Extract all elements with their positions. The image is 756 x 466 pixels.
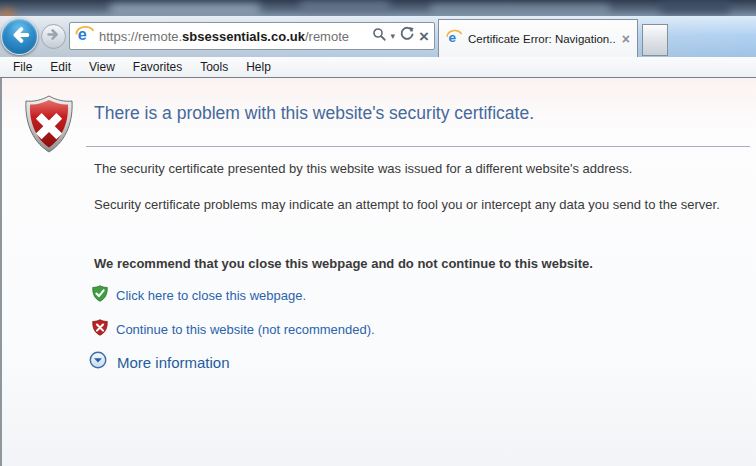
tab-close-icon[interactable]: × bbox=[622, 32, 630, 46]
red-shield-x-icon bbox=[92, 319, 108, 340]
close-webpage-link-text[interactable]: Click here to close this webpage. bbox=[116, 288, 306, 303]
browser-window: e https://remote.sbsessentials.co.uk/rem… bbox=[0, 0, 756, 466]
more-information-label[interactable]: More information bbox=[117, 354, 230, 371]
menu-edit[interactable]: Edit bbox=[41, 58, 80, 76]
address-bar[interactable]: e https://remote.sbsessentials.co.uk/rem… bbox=[69, 22, 435, 50]
url-domain: sbsessentials.co.uk bbox=[182, 29, 305, 44]
menu-file[interactable]: File bbox=[4, 58, 41, 76]
menu-view[interactable]: View bbox=[80, 58, 124, 76]
new-tab-button[interactable] bbox=[642, 24, 668, 56]
menu-tools[interactable]: Tools bbox=[191, 58, 237, 76]
chevron-down-circle-icon[interactable] bbox=[89, 351, 107, 373]
url-prefix: https://remote. bbox=[99, 29, 182, 44]
forward-button[interactable] bbox=[41, 24, 66, 49]
menu-help[interactable]: Help bbox=[237, 58, 280, 76]
stop-icon[interactable]: × bbox=[419, 28, 429, 45]
url-display[interactable]: https://remote.sbsessentials.co.uk/remot… bbox=[99, 29, 367, 44]
page-content: There is a problem with this website's s… bbox=[0, 78, 756, 466]
glass-reflection bbox=[300, 2, 390, 10]
tab-title: Certificate Error: Navigation... bbox=[468, 33, 616, 45]
search-icon[interactable] bbox=[372, 27, 387, 46]
recommendation-text: We recommend that you close this webpage… bbox=[94, 256, 746, 271]
divider bbox=[86, 146, 750, 147]
glass-reflection bbox=[430, 5, 610, 14]
security-error-shield-icon bbox=[24, 95, 74, 157]
continue-website-link-text[interactable]: Continue to this website (not recommende… bbox=[116, 322, 375, 337]
refresh-icon[interactable] bbox=[399, 26, 415, 46]
page-title: There is a problem with this website's s… bbox=[94, 103, 714, 124]
url-suffix: /remote bbox=[305, 29, 349, 44]
forward-arrow-icon bbox=[46, 27, 61, 46]
ie-logo-icon: e bbox=[75, 25, 94, 48]
back-arrow-icon bbox=[9, 24, 31, 50]
navigation-bar: e https://remote.sbsessentials.co.uk/rem… bbox=[0, 16, 756, 57]
paragraph-problems-warning: Security certificate problems may indica… bbox=[94, 196, 746, 215]
paragraph-issued-different-address: The security certificate presented by th… bbox=[94, 160, 746, 179]
ie-logo-icon: e bbox=[446, 29, 462, 49]
continue-website-link[interactable]: Continue to this website (not recommende… bbox=[92, 319, 375, 340]
menu-favorites[interactable]: Favorites bbox=[124, 58, 191, 76]
window-titlebar[interactable] bbox=[0, 0, 756, 16]
search-dropdown-caret-icon[interactable]: ▾ bbox=[391, 32, 396, 41]
back-button[interactable] bbox=[1, 18, 38, 55]
menu-bar: File Edit View Favorites Tools Help bbox=[0, 57, 756, 78]
tab-certificate-error[interactable]: e Certificate Error: Navigation... × bbox=[438, 19, 638, 57]
more-information-toggle[interactable]: More information bbox=[89, 351, 230, 373]
close-webpage-link[interactable]: Click here to close this webpage. bbox=[92, 285, 306, 306]
green-shield-check-icon bbox=[92, 285, 108, 306]
glass-reflection bbox=[660, 1, 730, 13]
glass-reflection bbox=[110, 4, 260, 14]
